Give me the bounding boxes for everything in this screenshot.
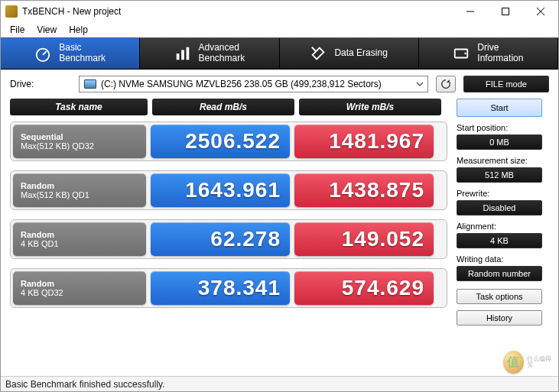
- task-sub: Max(512 KB) QD1: [21, 190, 138, 199]
- svg-rect-7: [181, 50, 184, 60]
- start-button[interactable]: Start: [457, 99, 542, 117]
- task-options-button[interactable]: Task options: [457, 289, 542, 304]
- writing-data-label: Writing data:: [457, 254, 545, 264]
- svg-rect-6: [176, 53, 179, 60]
- window-title: TxBENCH - New project: [22, 6, 453, 17]
- history-button[interactable]: History: [457, 310, 542, 326]
- drive-icon: [453, 45, 470, 62]
- side-panel: Start Start position: 0 MB Measurement s…: [453, 96, 545, 326]
- write-value: 1481.967: [294, 125, 434, 158]
- svg-line-9: [312, 47, 317, 52]
- bench-row: Random 4 KB QD32 378.341 574.629: [10, 268, 447, 308]
- bench-row: Random 4 KB QD1 62.278 149.052: [10, 219, 447, 259]
- svg-point-4: [37, 49, 50, 62]
- read-value: 2506.522: [151, 125, 290, 158]
- statusbar: Basic Benchmark finished successfully.: [1, 376, 558, 391]
- tab-label: Drive Information: [477, 43, 523, 64]
- chevron-down-icon: [415, 79, 424, 91]
- tab-advanced-benchmark[interactable]: Advanced Benchmark: [140, 38, 279, 69]
- write-value: 149.052: [294, 222, 434, 256]
- bars-icon: [174, 45, 191, 62]
- prewrite-value[interactable]: Disabled: [457, 200, 542, 215]
- svg-rect-1: [502, 8, 509, 15]
- watermark: 值 什么值得买: [503, 348, 554, 376]
- write-value: 574.629: [294, 271, 434, 305]
- task-name: Random: [21, 279, 138, 288]
- task-name: Random: [21, 230, 138, 239]
- header-write: Write mB/s: [299, 99, 441, 115]
- drive-selected-text: (C:) NVMe SAMSUNG MZVLB256 238.05 GB (49…: [101, 79, 382, 89]
- app-icon: [5, 5, 18, 18]
- task-cell[interactable]: Random 4 KB QD32: [13, 271, 146, 305]
- tab-label: Advanced Benchmark: [199, 43, 245, 64]
- tab-basic-benchmark[interactable]: Basic Benchmark: [1, 38, 140, 69]
- task-sub: 4 KB QD32: [21, 288, 138, 297]
- refresh-icon: [440, 78, 452, 90]
- main: Task name Read mB/s Write mB/s Sequentia…: [1, 96, 558, 326]
- alignment-value[interactable]: 4 KB: [457, 233, 542, 248]
- write-value: 1438.875: [294, 173, 434, 207]
- task-name: Random: [21, 181, 138, 190]
- watermark-icon: 值: [503, 351, 524, 374]
- start-position-label: Start position:: [457, 123, 545, 132]
- drive-label: Drive:: [10, 79, 71, 89]
- status-text: Basic Benchmark finished successfully.: [5, 379, 165, 390]
- drive-row: Drive: (C:) NVMe SAMSUNG MZVLB256 238.05…: [1, 70, 558, 96]
- alignment-label: Alignment:: [457, 222, 545, 231]
- watermark-text: 什么值得买: [527, 356, 554, 369]
- erase-icon: [310, 45, 327, 62]
- read-value: 1643.961: [151, 173, 290, 207]
- header-task: Task name: [10, 99, 148, 115]
- task-sub: Max(512 KB) QD32: [21, 141, 138, 151]
- svg-line-5: [43, 51, 47, 55]
- tab-label: Data Erasing: [334, 48, 387, 59]
- start-position-value[interactable]: 0 MB: [457, 134, 542, 150]
- read-value: 378.341: [151, 271, 290, 305]
- task-cell[interactable]: Random Max(512 KB) QD1: [13, 173, 146, 207]
- benchmark-panel: Task name Read mB/s Write mB/s Sequentia…: [10, 96, 447, 326]
- maximize-button[interactable]: [488, 1, 523, 22]
- tab-drive-information[interactable]: Drive Information: [419, 38, 558, 69]
- read-value: 62.278: [151, 222, 290, 256]
- menu-help[interactable]: Help: [63, 23, 94, 37]
- file-mode-button[interactable]: FILE mode: [463, 76, 549, 92]
- menubar: File View Help: [1, 22, 558, 37]
- bench-row: Random Max(512 KB) QD1 1643.961 1438.875: [10, 170, 447, 210]
- task-cell[interactable]: Sequential Max(512 KB) QD32: [13, 125, 146, 158]
- bench-row: Sequential Max(512 KB) QD32 2506.522 148…: [10, 121, 447, 161]
- task-name: Sequential: [21, 132, 138, 141]
- refresh-button[interactable]: [436, 76, 456, 92]
- tab-label: Basic Benchmark: [59, 43, 106, 64]
- measurement-size-label: Measurement size:: [457, 156, 545, 165]
- hdd-icon: [84, 79, 96, 89]
- minimize-button[interactable]: [453, 1, 488, 22]
- header-read: Read mB/s: [152, 99, 294, 115]
- prewrite-label: Prewrite:: [457, 189, 545, 198]
- task-sub: 4 KB QD1: [21, 239, 138, 248]
- tab-data-erasing[interactable]: Data Erasing: [280, 38, 419, 69]
- menu-file[interactable]: File: [4, 23, 31, 37]
- task-cell[interactable]: Random 4 KB QD1: [13, 222, 146, 256]
- menu-view[interactable]: View: [31, 23, 63, 37]
- svg-point-11: [465, 53, 466, 54]
- drive-select[interactable]: (C:) NVMe SAMSUNG MZVLB256 238.05 GB (49…: [79, 76, 428, 92]
- header-row: Task name Read mB/s Write mB/s: [10, 99, 447, 115]
- gauge-icon: [34, 45, 51, 62]
- titlebar: TxBENCH - New project: [1, 1, 558, 22]
- svg-rect-8: [186, 47, 189, 60]
- measurement-size-value[interactable]: 512 MB: [457, 167, 542, 183]
- tabbar: Basic Benchmark Advanced Benchmark Data …: [1, 37, 558, 70]
- window-controls: [453, 1, 558, 22]
- close-button[interactable]: [523, 1, 558, 22]
- writing-data-value[interactable]: Random number: [457, 266, 542, 281]
